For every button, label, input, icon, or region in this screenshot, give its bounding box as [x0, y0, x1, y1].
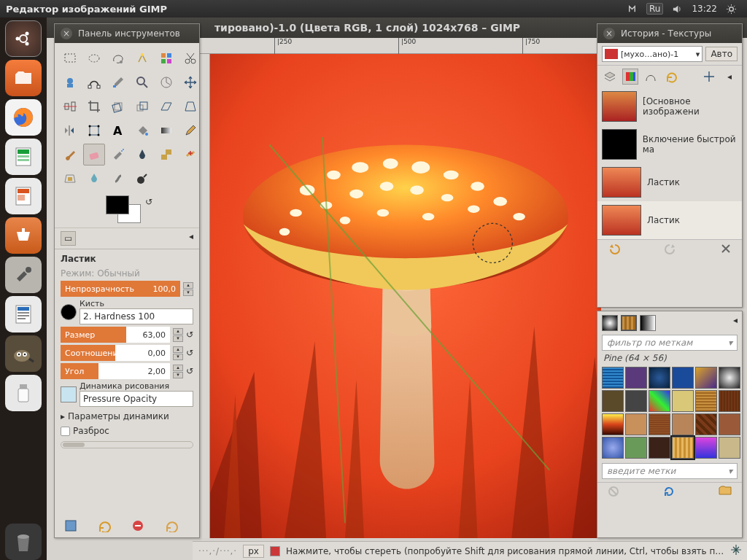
pattern-swatch[interactable] — [649, 413, 670, 435]
pattern-swatch[interactable] — [602, 437, 624, 459]
open-pattern-icon[interactable] — [719, 486, 732, 499]
pattern-swatch[interactable] — [672, 390, 694, 412]
nav-icon[interactable] — [731, 545, 741, 557]
pattern-swatch[interactable] — [719, 390, 740, 412]
move-icon[interactable] — [701, 69, 717, 85]
options-scrollbar[interactable] — [61, 441, 193, 448]
pattern-swatch[interactable] — [625, 390, 647, 412]
size-spin[interactable]: ▴▾ — [173, 328, 183, 342]
tool-scale[interactable] — [131, 96, 153, 117]
tool-eraser[interactable] — [83, 144, 105, 166]
brush-select[interactable]: 2. Hardness 100 — [80, 308, 193, 324]
pattern-swatch[interactable] — [719, 437, 740, 459]
pattern-swatch[interactable] — [695, 390, 717, 412]
undo-icon[interactable] — [608, 243, 621, 257]
close-icon[interactable]: × — [61, 28, 72, 39]
clock[interactable]: 13:22 — [692, 4, 717, 14]
pattern-swatch[interactable] — [695, 367, 717, 389]
channels-tab-icon[interactable] — [622, 69, 638, 85]
tool-blend[interactable] — [155, 120, 177, 141]
swap-colors-icon[interactable]: ↺ — [145, 197, 152, 207]
launcher-software-center[interactable] — [5, 217, 42, 254]
launcher-trash[interactable] — [5, 524, 42, 560]
save-options-icon[interactable] — [62, 517, 80, 534]
launcher-settings[interactable] — [5, 257, 42, 293]
dock-collapse-icon[interactable]: ◂ — [733, 315, 738, 331]
network-icon[interactable] — [627, 4, 638, 15]
tool-zoom[interactable] — [131, 71, 153, 93]
pattern-swatch[interactable] — [695, 413, 717, 435]
quickmask-toggle[interactable] — [270, 546, 280, 556]
dynamics-params-expander[interactable]: ▸Параметры динамики — [61, 409, 193, 424]
pattern-swatch[interactable] — [625, 367, 647, 389]
fg-color[interactable] — [106, 195, 129, 214]
tool-crop[interactable] — [83, 96, 105, 117]
brush-preview-icon[interactable] — [61, 304, 77, 320]
opacity-spin[interactable]: ▴▾ — [183, 282, 193, 296]
ratio-slider[interactable]: Соотношение с…0,00 — [61, 345, 170, 361]
pattern-swatch[interactable] — [602, 367, 624, 389]
close-icon[interactable]: × — [603, 28, 615, 39]
pattern-tags-input[interactable]: введите метки▾ — [602, 463, 738, 479]
pattern-swatch[interactable] — [625, 437, 647, 459]
tool-scissors[interactable] — [179, 47, 201, 69]
launcher-dash[interactable] — [5, 20, 42, 57]
tool-perspective-clone[interactable] — [59, 168, 81, 190]
tool-options-tab-icon[interactable]: ▭ — [61, 231, 76, 246]
tool-move[interactable] — [179, 71, 201, 93]
launcher-firefox[interactable] — [5, 99, 42, 136]
tool-flip[interactable] — [59, 120, 81, 141]
reset-options-icon[interactable] — [163, 517, 180, 534]
tool-ellipse-select[interactable] — [83, 47, 105, 69]
restore-options-icon[interactable] — [96, 517, 113, 534]
tool-color-picker[interactable] — [107, 71, 129, 93]
tool-ink[interactable] — [131, 144, 153, 166]
refresh-patterns-icon[interactable] — [663, 486, 675, 499]
tool-rect-select[interactable] — [59, 47, 81, 69]
undo-history-tab-icon[interactable] — [663, 69, 679, 85]
history-titlebar[interactable]: × История - Текстуры — [597, 24, 742, 43]
tool-foreground-select[interactable] — [59, 71, 81, 93]
tool-align[interactable] — [59, 96, 81, 117]
horizontal-ruler[interactable]: |250 |500 |750 — [194, 38, 601, 54]
history-item[interactable]: Ластик — [597, 163, 742, 201]
delete-pattern-icon[interactable] — [608, 486, 619, 499]
tool-smudge[interactable] — [107, 168, 129, 190]
tool-by-color[interactable] — [155, 47, 177, 69]
tool-bucket-fill[interactable] — [131, 120, 153, 141]
tool-fuzzy-select[interactable] — [131, 47, 153, 69]
tool-pencil[interactable] — [179, 120, 201, 141]
launcher-calc[interactable] — [5, 139, 42, 175]
pattern-swatch[interactable] — [672, 437, 694, 459]
redo-icon[interactable] — [664, 243, 677, 257]
tool-dodge-burn[interactable] — [131, 168, 153, 190]
layers-tab-icon[interactable] — [602, 69, 618, 85]
tool-rotate[interactable] — [107, 96, 129, 117]
history-item[interactable]: Включение быстрой ма — [597, 125, 742, 163]
launcher-usb[interactable] — [5, 375, 42, 411]
keyboard-indicator[interactable]: Ru — [646, 3, 663, 15]
pattern-swatch[interactable] — [719, 367, 740, 389]
pattern-swatch[interactable] — [719, 413, 740, 435]
launcher-writer[interactable] — [5, 296, 42, 332]
pattern-swatch[interactable] — [695, 437, 717, 459]
tool-paths[interactable] — [83, 71, 105, 93]
tool-blur[interactable] — [83, 168, 105, 190]
size-slider[interactable]: Размер63,00 — [61, 327, 170, 343]
tool-measure[interactable] — [155, 71, 177, 93]
tool-cage[interactable] — [83, 120, 105, 141]
tool-airbrush[interactable] — [107, 144, 129, 166]
launcher-impress[interactable] — [5, 178, 42, 214]
color-swatches[interactable]: ↺ — [106, 195, 199, 228]
dynamics-select[interactable]: Pressure Opacity — [80, 391, 193, 407]
delete-options-icon[interactable] — [129, 517, 147, 534]
dynamics-icon[interactable] — [61, 386, 77, 402]
size-reset-icon[interactable]: ↺ — [186, 330, 193, 340]
pattern-swatch[interactable] — [649, 437, 670, 459]
paths-tab-icon[interactable] — [643, 69, 659, 85]
gradient2-tab-icon[interactable] — [640, 315, 656, 331]
canvas[interactable] — [210, 54, 601, 538]
ratio-spin[interactable]: ▴▾ — [173, 346, 183, 360]
tool-shear[interactable] — [155, 96, 177, 117]
pattern-swatch[interactable] — [649, 390, 670, 412]
